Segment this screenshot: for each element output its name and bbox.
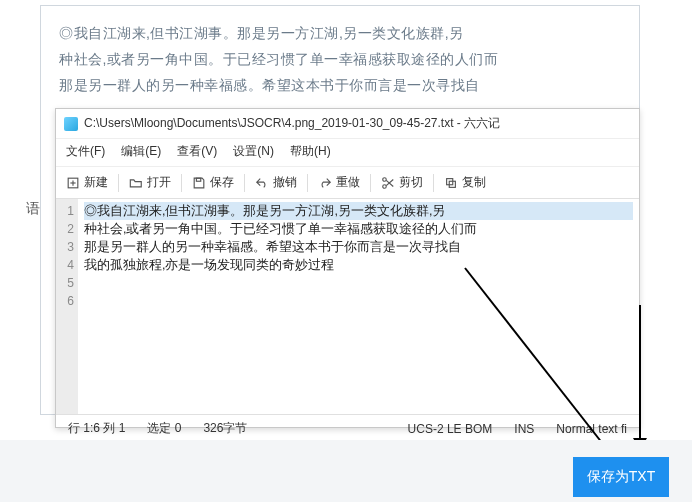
- code-line: 我的孤独旅程,亦是一场发现同类的奇妙过程: [84, 256, 633, 274]
- new-button[interactable]: 新建: [60, 171, 114, 194]
- status-mode: INS: [514, 422, 534, 436]
- code-line: ◎我自江湖来,但书江湖事。那是另一方江湖,另一类文化族群,另: [84, 202, 633, 220]
- divider: [181, 174, 182, 192]
- code-area[interactable]: ◎我自江湖来,但书江湖事。那是另一方江湖,另一类文化族群,另 种社会,或者另一角…: [78, 199, 639, 414]
- copy-icon: [444, 176, 458, 190]
- divider: [118, 174, 119, 192]
- line-gutter: 123456: [56, 199, 78, 414]
- bg-line: 那是另一群人的另一种幸福感。希望这本书于你而言是一次寻找自: [59, 72, 621, 98]
- svg-point-5: [383, 177, 387, 181]
- menu-help[interactable]: 帮助(H): [290, 143, 331, 160]
- code-line: 那是另一群人的另一种幸福感。希望这本书于你而言是一次寻找自: [84, 238, 633, 256]
- svg-line-6: [386, 180, 393, 186]
- status-lang: Normal text fi: [556, 422, 627, 436]
- divider: [307, 174, 308, 192]
- text-editor-window: C:\Users\Mloong\Documents\JSOCR\4.png_20…: [55, 108, 640, 428]
- menu-settings[interactable]: 设置(N): [233, 143, 274, 160]
- copy-button[interactable]: 复制: [438, 171, 492, 194]
- code-line: 种社会,或者另一角中国。于已经习惯了单一幸福感获取途径的人们而: [84, 220, 633, 238]
- bg-line: 种社会,或者另一角中国。于已经习惯了单一幸福感获取途径的人们而: [59, 46, 621, 72]
- save-button[interactable]: 保存: [186, 171, 240, 194]
- editor-content[interactable]: 123456 ◎我自江湖来,但书江湖事。那是另一方江湖,另一类文化族群,另 种社…: [56, 199, 639, 414]
- divider: [433, 174, 434, 192]
- toolbar: 新建 打开 保存 撤销 重做 剪切 复制: [56, 167, 639, 199]
- divider: [244, 174, 245, 192]
- statusbar: 行 1:6 列 1 选定 0 326字节 UCS-2 LE BOM INS No…: [56, 414, 639, 442]
- menu-edit[interactable]: 编辑(E): [121, 143, 161, 160]
- window-title: C:\Users\Mloong\Documents\JSOCR\4.png_20…: [84, 115, 500, 132]
- menu-file[interactable]: 文件(F): [66, 143, 105, 160]
- svg-line-7: [386, 179, 393, 185]
- menu-view[interactable]: 查看(V): [177, 143, 217, 160]
- scissors-icon: [381, 176, 395, 190]
- open-button[interactable]: 打开: [123, 171, 177, 194]
- status-bytes: 326字节: [203, 420, 247, 437]
- divider: [370, 174, 371, 192]
- bg-line: ◎我自江湖来,但书江湖事。那是另一方江湖,另一类文化族群,另: [59, 20, 621, 46]
- redo-button[interactable]: 重做: [312, 171, 366, 194]
- save-icon: [192, 176, 206, 190]
- new-icon: [66, 176, 80, 190]
- status-encoding: UCS-2 LE BOM: [408, 422, 493, 436]
- titlebar[interactable]: C:\Users\Mloong\Documents\JSOCR\4.png_20…: [56, 109, 639, 139]
- status-pos: 行 1:6 列 1: [68, 420, 125, 437]
- status-sel: 选定 0: [147, 420, 181, 437]
- undo-icon: [255, 176, 269, 190]
- undo-button[interactable]: 撤销: [249, 171, 303, 194]
- redo-icon: [318, 176, 332, 190]
- cut-button[interactable]: 剪切: [375, 171, 429, 194]
- app-icon: [64, 117, 78, 131]
- save-as-txt-button[interactable]: 保存为TXT: [573, 457, 669, 497]
- sidebar-label: 语: [26, 200, 40, 218]
- folder-icon: [129, 176, 143, 190]
- svg-rect-3: [196, 178, 200, 181]
- menubar: 文件(F) 编辑(E) 查看(V) 设置(N) 帮助(H): [56, 139, 639, 167]
- svg-point-4: [383, 184, 387, 188]
